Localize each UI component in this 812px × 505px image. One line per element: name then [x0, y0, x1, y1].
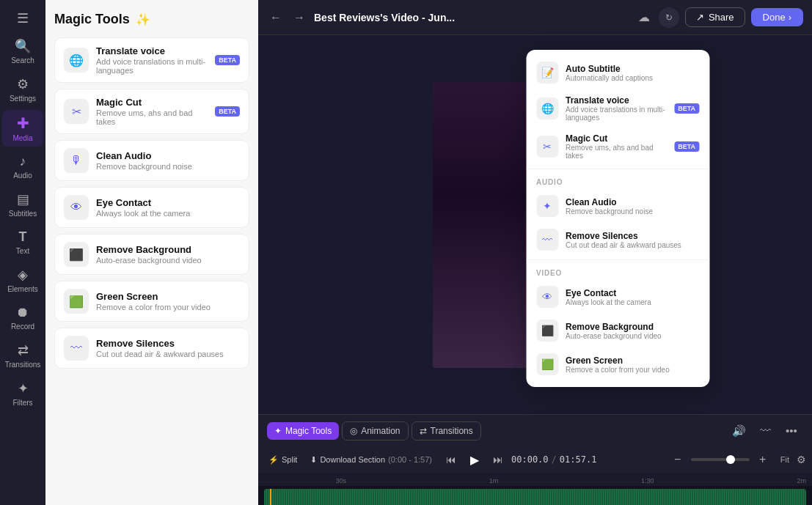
clean-audio-name: Clean Audio: [96, 150, 240, 161]
search-icon: 🔍: [15, 38, 31, 54]
timeline-area: ⚡ Split ⬇ Download Section (0:00 - 1:57)…: [258, 446, 812, 505]
tool-green-screen[interactable]: 🟩 Green Screen Remove a color from your …: [54, 281, 249, 322]
tool-translate-voice[interactable]: 🌐 Translate voice Add voice translations…: [54, 37, 249, 83]
video-area-wrapper: 📝 Auto Subtitle Automatically add captio…: [258, 35, 812, 446]
zoom-in-button[interactable]: +: [753, 449, 773, 470]
sidebar: ☰ 🔍 Search ⚙ Settings ✚ Media ♪ Audio ▤ …: [0, 0, 45, 505]
eye-contact-name: Eye Contact: [96, 197, 240, 208]
sidebar-item-text-label: Text: [16, 247, 29, 255]
tools-header: Magic Tools ✨: [54, 12, 249, 27]
dropdown-remove-silences-desc: Cut out dead air & awkward pauses: [566, 241, 699, 249]
dropdown-item-remove-silences[interactable]: 〰 Remove Silences Cut out dead air & awk…: [526, 223, 709, 257]
current-time: 00:00.0: [511, 454, 549, 465]
animation-button[interactable]: ◎ Animation: [342, 421, 408, 441]
tool-eye-contact[interactable]: 👁 Eye Contact Always look at the camera: [54, 187, 249, 228]
sidebar-item-media-label: Media: [12, 134, 32, 142]
dropdown-item-remove-bg[interactable]: ⬛ Remove Background Auto-erase backgroun…: [526, 314, 709, 347]
zoom-out-button[interactable]: −: [667, 449, 688, 470]
magic-tools-dropdown: 📝 Auto Subtitle Automatically add captio…: [526, 50, 709, 387]
sidebar-item-record-label: Record: [11, 322, 34, 331]
sidebar-item-settings[interactable]: ⚙ Settings: [2, 72, 43, 107]
forward-icon[interactable]: →: [290, 8, 308, 27]
magic-tools-button[interactable]: ✦ Magic Tools: [267, 422, 339, 440]
tool-clean-audio[interactable]: 🎙 Clean Audio Remove background noise: [54, 140, 249, 181]
sidebar-item-transitions[interactable]: ⇄ Transitions: [2, 338, 43, 373]
dropdown-eye-contact-name: Eye Contact: [566, 288, 699, 298]
dropdown-item-auto-subtitle[interactable]: 📝 Auto Subtitle Automatically add captio…: [526, 56, 709, 89]
dropdown-item-magic-cut[interactable]: ✂ Magic Cut Remove ums, ahs and bad take…: [526, 128, 709, 166]
waveform-button[interactable]: 〰: [753, 419, 777, 443]
dropdown-green-screen-name: Green Screen: [566, 355, 699, 366]
sidebar-item-subtitles[interactable]: ▤ Subtitles: [2, 187, 43, 222]
sidebar-item-search[interactable]: 🔍 Search: [2, 34, 43, 69]
tool-remove-background[interactable]: ⬛ Remove Background Auto-erase backgroun…: [54, 234, 249, 275]
ruler-marks: 30s 1m 1:30 2m: [264, 477, 806, 486]
tool-magic-cut[interactable]: ✂ Magic Cut Remove ums, ahs and bad take…: [54, 89, 249, 134]
sidebar-item-media[interactable]: ✚ Media: [2, 110, 43, 147]
fit-button[interactable]: Fit: [776, 454, 794, 465]
eye-contact-desc: Always look at the camera: [96, 209, 240, 218]
next-frame-button[interactable]: ⏭: [488, 449, 508, 470]
timeline-settings-icon[interactable]: ⚙: [797, 454, 806, 465]
dropdown-item-eye-contact[interactable]: 👁 Eye Contact Always look at the camera: [526, 280, 709, 314]
sidebar-item-audio-label: Audio: [13, 172, 32, 180]
sidebar-item-record[interactable]: ⏺ Record: [2, 301, 43, 335]
remove-silences-icon: 〰: [64, 336, 89, 361]
prev-frame-button[interactable]: ⏮: [441, 449, 461, 470]
cloud-icon[interactable]: ☁: [635, 7, 653, 27]
dropdown-eye-contact-desc: Always look at the camera: [566, 298, 699, 306]
volume-button[interactable]: 🔊: [727, 419, 750, 443]
dropdown-translate-icon: 🌐: [536, 97, 558, 119]
record-icon: ⏺: [16, 305, 29, 320]
center-area: ← → Best Reviews's Video - Jun... ☁ ↻ ↗ …: [258, 0, 812, 505]
sidebar-item-menu[interactable]: ☰: [2, 6, 43, 31]
video-title: Best Reviews's Video - Jun...: [314, 12, 629, 23]
download-range: (0:00 - 1:57): [388, 455, 432, 464]
sidebar-item-settings-label: Settings: [10, 95, 36, 103]
dropdown-item-green-screen[interactable]: 🟩 Green Screen Remove a color from your …: [526, 347, 709, 381]
translate-voice-icon: 🌐: [64, 48, 89, 73]
dropdown-translate-desc: Add voice translations in multi- languag…: [566, 106, 667, 122]
share-button[interactable]: ↗ Share: [685, 7, 745, 27]
sidebar-item-filters[interactable]: ✦ Filters: [2, 376, 43, 411]
subtitles-icon: ▤: [17, 191, 29, 207]
sidebar-item-elements[interactable]: ◈ Elements: [2, 262, 43, 298]
download-section-button[interactable]: ⬇ Download Section (0:00 - 1:57): [306, 448, 436, 471]
track-waveform: [264, 489, 806, 505]
sidebar-item-audio[interactable]: ♪ Audio: [2, 150, 43, 184]
divider-video: [526, 259, 709, 260]
sidebar-item-text[interactable]: T Text: [2, 225, 43, 259]
zoom-slider[interactable]: [691, 458, 750, 461]
dropdown-magic-cut-icon: ✂: [536, 136, 558, 158]
transitions-button[interactable]: ⇄ Transitions: [412, 421, 481, 441]
remove-background-icon: ⬛: [64, 242, 89, 267]
dropdown-clean-audio-name: Clean Audio: [566, 197, 699, 207]
dropdown-remove-bg-desc: Auto-erase background video: [566, 332, 699, 340]
playhead: [270, 489, 271, 505]
clean-audio-desc: Remove background noise: [96, 162, 240, 171]
play-pause-button[interactable]: ▶: [464, 449, 485, 470]
done-chevron-icon: ›: [789, 12, 791, 23]
sidebar-item-elements-label: Elements: [7, 285, 38, 293]
dropdown-remove-bg-icon: ⬛: [536, 320, 558, 342]
tool-remove-silences[interactable]: 〰 Remove Silences Cut out dead air & awk…: [54, 328, 249, 369]
dropdown-magic-cut-badge: BETA: [674, 141, 699, 152]
timeline-ruler: 30s 1m 1:30 2m: [258, 473, 812, 486]
sidebar-item-search-label: Search: [11, 56, 34, 64]
tools-panel-title: Magic Tools: [54, 12, 130, 27]
auto-subtitle-desc: Automatically add captions: [566, 74, 699, 82]
track-content[interactable]: [264, 489, 806, 505]
download-icon: ⬇: [310, 455, 317, 465]
sync-icon[interactable]: ↻: [659, 7, 679, 28]
split-icon: ⚡: [268, 455, 279, 465]
back-icon[interactable]: ←: [267, 8, 285, 27]
share-icon: ↗: [696, 12, 704, 23]
animation-icon: ◎: [350, 426, 357, 436]
dropdown-item-clean-audio[interactable]: ✦ Clean Audio Remove background noise: [526, 189, 709, 223]
sidebar-item-transitions-label: Transitions: [5, 361, 41, 369]
more-options-button[interactable]: •••: [780, 419, 803, 443]
timeline-track: 30s 1m 1:30 2m: [258, 473, 812, 505]
done-button[interactable]: Done ›: [751, 8, 803, 26]
split-button[interactable]: ⚡ Split: [264, 448, 301, 471]
dropdown-item-translate-voice[interactable]: 🌐 Translate voice Add voice translations…: [526, 89, 709, 128]
